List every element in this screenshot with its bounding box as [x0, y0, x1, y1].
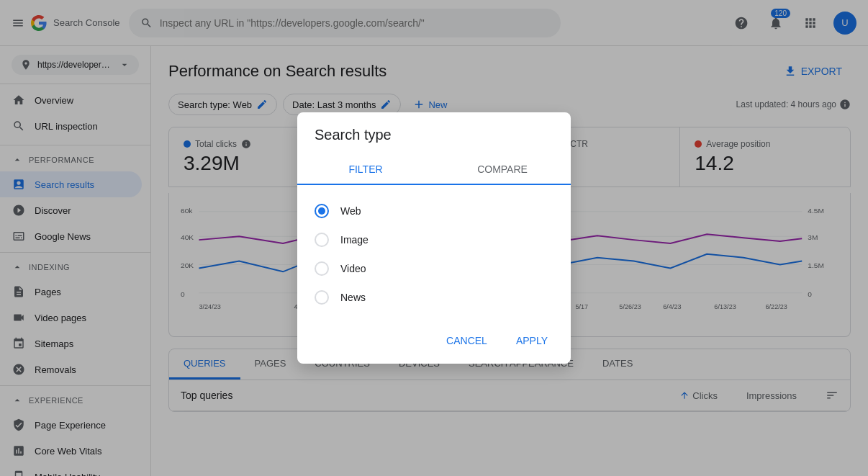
radio-news-label: News	[340, 292, 366, 303]
radio-web-inner	[318, 207, 325, 215]
radio-image-circle[interactable]	[315, 233, 329, 247]
radio-video-label: Video	[340, 263, 366, 274]
dialog-overlay[interactable]: Search type FILTER COMPARE Web Image Vid…	[0, 0, 868, 476]
radio-video-circle[interactable]	[315, 261, 329, 276]
radio-web-circle[interactable]	[315, 204, 329, 218]
dialog-tab-compare[interactable]: COMPARE	[434, 155, 571, 184]
radio-web-label: Web	[340, 205, 361, 217]
dialog-actions: CANCEL APPLY	[297, 323, 571, 364]
dialog-title: Search type	[297, 112, 571, 155]
radio-news-circle[interactable]	[315, 290, 329, 305]
dialog-tabs: FILTER COMPARE	[297, 155, 571, 185]
search-type-dialog: Search type FILTER COMPARE Web Image Vid…	[297, 112, 571, 364]
dialog-tab-filter[interactable]: FILTER	[297, 155, 434, 185]
cancel-button[interactable]: CANCEL	[435, 329, 499, 352]
radio-image[interactable]: Image	[315, 225, 553, 254]
radio-image-label: Image	[340, 234, 369, 246]
dialog-body: Web Image Video News	[297, 185, 571, 323]
radio-web[interactable]: Web	[315, 197, 553, 225]
radio-news[interactable]: News	[315, 283, 553, 312]
radio-video[interactable]: Video	[315, 254, 553, 283]
apply-button[interactable]: APPLY	[505, 329, 559, 352]
